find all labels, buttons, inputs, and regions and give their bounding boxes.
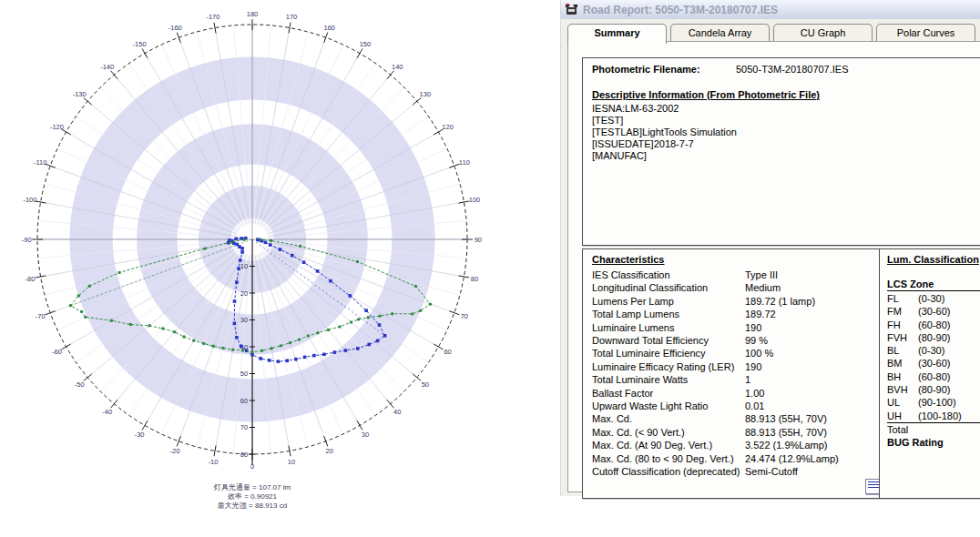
characteristic-row: Luminaire Efficacy Rating (LER)190	[592, 360, 877, 373]
svg-text:10: 10	[240, 262, 248, 270]
svg-text:90: 90	[475, 236, 482, 244]
lcs-zone-row: BH(60-80)	[887, 370, 980, 383]
characteristic-row: Lumens Per Lamp189.72 (1 lamp)	[592, 295, 877, 308]
svg-text:150: 150	[360, 40, 372, 48]
descriptive-info-lines: IESNA:LM-63-2002[TEST][TESTLAB]LightTool…	[592, 103, 975, 162]
lcs-zone-row: UL(90-100)	[887, 396, 980, 409]
characteristic-row: Max. Cd. (80 to < 90 Deg. Vert.)24.474 (…	[592, 452, 877, 465]
svg-text:-170: -170	[206, 13, 219, 21]
svg-text:-140: -140	[100, 63, 114, 71]
descriptive-line: [MANUFAC]	[592, 150, 975, 162]
svg-text:-120: -120	[50, 123, 64, 131]
svg-text:110: 110	[459, 158, 470, 167]
svg-text:-70: -70	[36, 312, 46, 320]
characteristic-row: Longitudinal ClassificationMedium	[592, 281, 877, 294]
chart-caption-line: 效率 = 0.90921	[143, 492, 362, 502]
screenshot-root: { "window": { "title": "Road Report: 505…	[0, 0, 980, 537]
polar-chart: -170-160-150-140-130-120-110-100-90-80-7…	[0, 0, 560, 537]
tab-polar-curves[interactable]: Polar Curves	[876, 24, 975, 42]
svg-text:-50: -50	[75, 380, 85, 389]
filename-label: Photometric Filename:	[592, 64, 736, 75]
svg-text:20: 20	[326, 447, 333, 455]
characteristic-row: Max. Cd.88.913 (55H, 70V)	[592, 412, 877, 425]
svg-text:130: 130	[420, 90, 432, 98]
lcs-zone-row: FL(0-30)	[887, 292, 980, 305]
descriptive-line: IESNA:LM-63-2002	[592, 103, 975, 115]
chart-caption-line: 灯具光通量 = 107.07 lm	[143, 483, 362, 492]
characteristic-row: IES ClassificationType III	[592, 268, 877, 281]
svg-text:60: 60	[444, 348, 451, 356]
summary-tab-page: Photometric Filename: 5050-T3M-20180707.…	[567, 41, 980, 492]
polar-chart-pane: -170-160-150-140-130-120-110-100-90-80-7…	[0, 0, 560, 537]
chart-caption: 灯具光通量 = 107.07 lm效率 = 0.90921最大光强 = 88.9…	[143, 483, 362, 511]
svg-text:-40: -40	[102, 408, 112, 416]
tab-candela-array[interactable]: Candela Array	[670, 24, 770, 42]
window-titlebar[interactable]: Road Report: 5050-T3M-20180707.IES	[561, 0, 980, 19]
characteristic-row: Max. Cd. (At 90 Deg. Vert.)3.522 (1.9%La…	[592, 439, 877, 451]
svg-text:170: 170	[286, 13, 298, 21]
descriptive-info-header: Descriptive Information (From Photometri…	[592, 89, 975, 101]
svg-text:30: 30	[240, 316, 248, 324]
svg-text:160: 160	[323, 24, 335, 32]
characteristic-row: Ballast Factor1.00	[592, 387, 877, 400]
lcs-zone-row: FM(30-60)	[887, 305, 980, 318]
svg-text:100: 100	[469, 196, 481, 204]
svg-text:20: 20	[240, 289, 248, 298]
svg-text:-100: -100	[23, 196, 36, 204]
svg-text:-30: -30	[135, 431, 145, 439]
svg-text:70: 70	[240, 423, 248, 431]
characteristic-row: Downward Total Efficiency99 %	[592, 334, 877, 347]
svg-text:180: 180	[247, 10, 259, 18]
window-title: Road Report: 5050-T3M-20180707.IES	[583, 4, 778, 16]
svg-text:50: 50	[422, 380, 429, 389]
characteristic-row: Cutoff Classification (deprecated)Semi-C…	[592, 465, 877, 478]
lcs-zone-row: BVH(80-90)	[887, 383, 980, 396]
svg-text:10: 10	[288, 458, 295, 466]
svg-text:120: 120	[442, 123, 454, 131]
characteristics-table: IES ClassificationType IIILongitudinal C…	[592, 268, 877, 479]
svg-text:140: 140	[392, 63, 403, 71]
lum-classification-box: Lum. Classification LCS Zone FL(0-30)FM(…	[879, 248, 980, 499]
characteristic-row: Total Lamp Lumens189.72	[592, 308, 877, 320]
tab-summary[interactable]: Summary	[567, 24, 667, 44]
report-window-icon[interactable]	[565, 4, 578, 15]
lcs-zone-row: FH(60-80)	[887, 319, 980, 331]
lcs-zone-row: BL(0-30)	[887, 344, 980, 357]
characteristic-row: Total Luminaire Efficiency100 %	[592, 347, 877, 360]
filename-value: 5050-T3M-20180707.IES	[736, 64, 849, 75]
file-info-box: Photometric Filename: 5050-T3M-20180707.…	[582, 57, 980, 246]
lcs-zone-row: BM(30-60)	[887, 357, 980, 370]
chart-caption-line: 最大光强 = 88.913 cd	[143, 502, 362, 511]
svg-text:-110: -110	[34, 158, 46, 167]
bug-rating-row: BUG Rating	[887, 436, 980, 449]
lcs-zone-row: FVH(80-90)	[887, 331, 980, 344]
svg-text:40: 40	[393, 408, 401, 416]
svg-text:0: 0	[250, 462, 254, 471]
svg-text:50: 50	[240, 370, 248, 378]
svg-text:-20: -20	[170, 447, 180, 455]
characteristic-row: Max. Cd. (< 90 Vert.)88.913 (55H, 70V)	[592, 426, 877, 439]
descriptive-line: [TESTLAB]LightTools Simulation	[592, 127, 975, 138]
lcs-zone-row: UH(100-180)	[887, 410, 980, 422]
characteristic-row: Upward Waste Light Ratio0.01	[592, 400, 877, 412]
svg-text:80: 80	[471, 275, 478, 283]
lcs-total-row: Total	[887, 422, 980, 436]
svg-text:80: 80	[240, 451, 248, 459]
lcs-zone-header: LCS Zone	[887, 279, 980, 291]
tab-cu-graph[interactable]: CU Graph	[773, 24, 873, 42]
svg-text:-90: -90	[22, 236, 32, 244]
svg-text:-160: -160	[168, 24, 182, 32]
descriptive-line: [TEST]	[592, 115, 975, 127]
svg-text:-130: -130	[73, 90, 87, 98]
svg-text:30: 30	[362, 431, 369, 439]
descriptive-line: [ISSUEDATE]2018-7-7	[592, 138, 975, 150]
road-report-window: Road Report: 5050-T3M-20180707.IES Summa…	[560, 0, 980, 496]
tabstrip: SummaryCandela ArrayCU GraphPolar Curves	[567, 24, 980, 42]
svg-text:-80: -80	[26, 275, 36, 283]
svg-text:-10: -10	[209, 458, 219, 466]
characteristics-header: Characteristics	[592, 254, 877, 266]
svg-text:70: 70	[461, 312, 468, 320]
lum-classification-header: Lum. Classification	[887, 254, 980, 266]
characteristics-box: Characteristics IES ClassificationType I…	[582, 248, 887, 499]
lcs-zone-table: FL(0-30)FM(30-60)FH(60-80)FVH(80-90)BL(0…	[887, 292, 980, 422]
